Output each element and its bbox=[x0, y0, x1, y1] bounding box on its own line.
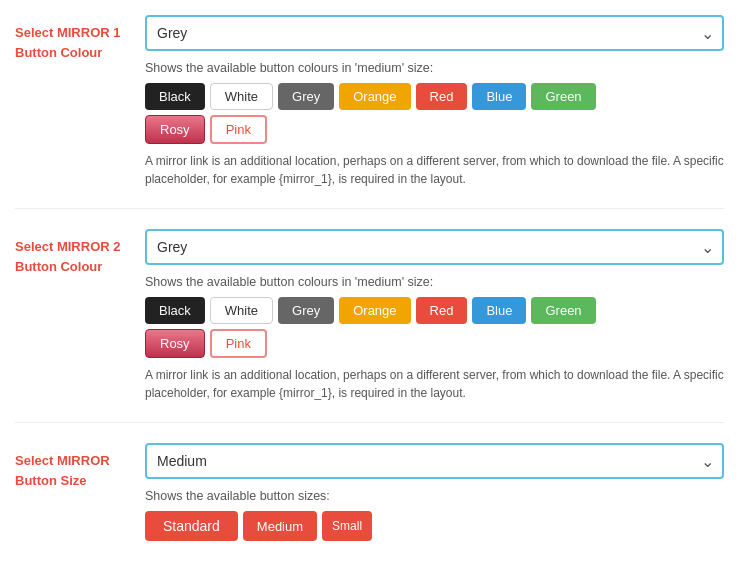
mirror2-info-text: A mirror link is an additional location,… bbox=[145, 366, 724, 402]
mirror2-btn-white[interactable]: White bbox=[210, 297, 273, 324]
mirror2-btn-green[interactable]: Green bbox=[531, 297, 595, 324]
mirror1-btn-blue[interactable]: Blue bbox=[472, 83, 526, 110]
divider2 bbox=[15, 422, 724, 423]
mirror1-btn-green[interactable]: Green bbox=[531, 83, 595, 110]
mirror2-label: Select MIRROR 2 Button Colour bbox=[15, 229, 145, 276]
mirror2-button-row: Black White Grey Orange Red Blue Green bbox=[145, 297, 724, 324]
mirror1-btn-orange[interactable]: Orange bbox=[339, 83, 410, 110]
mirror-size-select-wrapper: Medium Standard Small ⌄ bbox=[145, 443, 724, 479]
mirror1-label: Select MIRROR 1 Button Colour bbox=[15, 15, 145, 62]
mirror1-btn-white[interactable]: White bbox=[210, 83, 273, 110]
mirror2-select-wrapper: Grey Black White Orange Red Blue Green R… bbox=[145, 229, 724, 265]
mirror-size-button-row: Standard Medium Small bbox=[145, 511, 724, 541]
mirror1-btn-black[interactable]: Black bbox=[145, 83, 205, 110]
mirror1-select[interactable]: Grey Black White Orange Red Blue Green R… bbox=[145, 15, 724, 51]
mirror1-section: Select MIRROR 1 Button Colour Grey Black… bbox=[15, 15, 724, 188]
mirror2-content: Grey Black White Orange Red Blue Green R… bbox=[145, 229, 724, 402]
mirror-size-btn-small[interactable]: Small bbox=[322, 511, 372, 541]
mirror-size-btn-standard[interactable]: Standard bbox=[145, 511, 238, 541]
mirror2-btn-blue[interactable]: Blue bbox=[472, 297, 526, 324]
mirror1-btn-red[interactable]: Red bbox=[416, 83, 468, 110]
mirror1-select-wrapper: Grey Black White Orange Red Blue Green R… bbox=[145, 15, 724, 51]
mirror-size-label: Select MIRROR Button Size bbox=[15, 443, 145, 490]
mirror1-button-row2: Rosy Pink bbox=[145, 115, 724, 144]
mirror2-section: Select MIRROR 2 Button Colour Grey Black… bbox=[15, 229, 724, 402]
mirror2-btn-rosy[interactable]: Rosy bbox=[145, 329, 205, 358]
mirror-size-helper-text: Shows the available button sizes: bbox=[145, 489, 724, 503]
mirror-size-btn-medium[interactable]: Medium bbox=[243, 511, 317, 541]
mirror-size-select[interactable]: Medium Standard Small bbox=[145, 443, 724, 479]
mirror1-btn-rosy[interactable]: Rosy bbox=[145, 115, 205, 144]
mirror2-button-row2: Rosy Pink bbox=[145, 329, 724, 358]
mirror1-helper-text: Shows the available button colours in 'm… bbox=[145, 61, 724, 75]
divider1 bbox=[15, 208, 724, 209]
mirror1-button-row: Black White Grey Orange Red Blue Green bbox=[145, 83, 724, 110]
mirror2-btn-pink[interactable]: Pink bbox=[210, 329, 267, 358]
mirror1-info-text: A mirror link is an additional location,… bbox=[145, 152, 724, 188]
mirror1-btn-pink[interactable]: Pink bbox=[210, 115, 267, 144]
mirror2-helper-text: Shows the available button colours in 'm… bbox=[145, 275, 724, 289]
mirror2-btn-grey[interactable]: Grey bbox=[278, 297, 334, 324]
mirror2-btn-orange[interactable]: Orange bbox=[339, 297, 410, 324]
mirror-size-content: Medium Standard Small ⌄ Shows the availa… bbox=[145, 443, 724, 546]
mirror-size-section: Select MIRROR Button Size Medium Standar… bbox=[15, 443, 724, 546]
mirror1-content: Grey Black White Orange Red Blue Green R… bbox=[145, 15, 724, 188]
mirror2-btn-red[interactable]: Red bbox=[416, 297, 468, 324]
mirror2-btn-black[interactable]: Black bbox=[145, 297, 205, 324]
mirror1-btn-grey[interactable]: Grey bbox=[278, 83, 334, 110]
mirror2-select[interactable]: Grey Black White Orange Red Blue Green R… bbox=[145, 229, 724, 265]
